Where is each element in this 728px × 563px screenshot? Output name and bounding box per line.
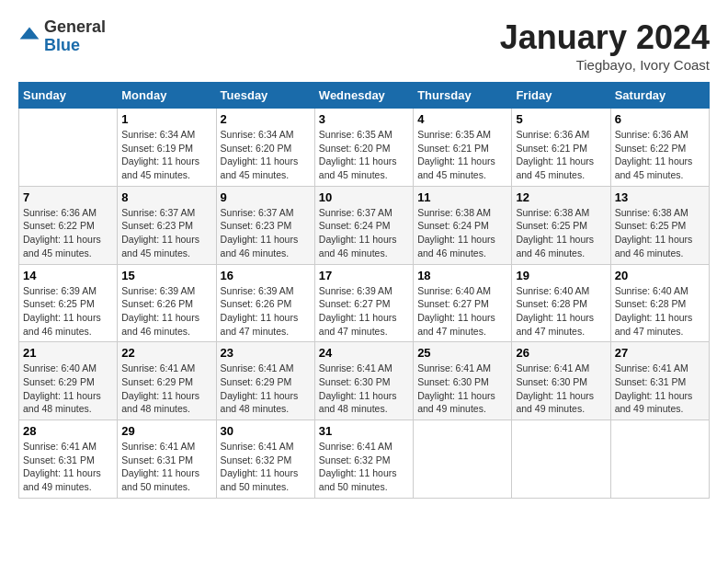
day-info: Sunrise: 6:39 AM Sunset: 6:27 PM Dayligh… [319, 284, 409, 339]
day-number: 20 [615, 269, 705, 282]
location: Tiegbayo, Ivory Coast [500, 57, 710, 73]
day-number: 5 [516, 112, 606, 126]
title-block: January 2024 Tiegbayo, Ivory Coast [500, 18, 710, 73]
calendar-header-monday: Monday [118, 83, 216, 109]
calendar-header-tuesday: Tuesday [216, 83, 314, 109]
day-info: Sunrise: 6:37 AM Sunset: 6:23 PM Dayligh… [121, 206, 211, 260]
day-info: Sunrise: 6:35 AM Sunset: 6:20 PM Dayligh… [319, 128, 409, 182]
calendar-cell [512, 420, 610, 499]
day-info: Sunrise: 6:39 AM Sunset: 6:25 PM Dayligh… [23, 284, 113, 339]
calendar-cell: 29Sunrise: 6:41 AM Sunset: 6:31 PM Dayli… [118, 420, 216, 499]
calendar-cell: 9Sunrise: 6:37 AM Sunset: 6:23 PM Daylig… [216, 186, 314, 264]
day-info: Sunrise: 6:41 AM Sunset: 6:30 PM Dayligh… [417, 362, 507, 416]
page-header: General Blue January 2024 Tiegbayo, Ivor… [18, 18, 710, 73]
calendar-cell: 1Sunrise: 6:34 AM Sunset: 6:19 PM Daylig… [118, 109, 216, 187]
calendar-cell: 8Sunrise: 6:37 AM Sunset: 6:23 PM Daylig… [118, 186, 216, 264]
day-info: Sunrise: 6:37 AM Sunset: 6:24 PM Dayligh… [319, 206, 409, 260]
calendar-cell: 23Sunrise: 6:41 AM Sunset: 6:29 PM Dayli… [216, 342, 314, 420]
svg-marker-0 [20, 27, 40, 39]
day-number: 22 [121, 346, 211, 360]
calendar-header-wednesday: Wednesday [314, 83, 413, 109]
day-info: Sunrise: 6:34 AM Sunset: 6:19 PM Dayligh… [121, 128, 211, 182]
day-number: 7 [23, 190, 113, 204]
calendar-cell [414, 420, 512, 499]
calendar-header-thursday: Thursday [414, 83, 512, 109]
calendar-cell: 30Sunrise: 6:41 AM Sunset: 6:32 PM Dayli… [216, 420, 314, 499]
calendar-cell: 11Sunrise: 6:38 AM Sunset: 6:24 PM Dayli… [414, 186, 512, 264]
calendar-cell: 24Sunrise: 6:41 AM Sunset: 6:30 PM Dayli… [314, 342, 413, 420]
calendar-cell: 31Sunrise: 6:41 AM Sunset: 6:32 PM Dayli… [314, 420, 413, 499]
day-number: 31 [319, 424, 409, 438]
day-number: 25 [417, 346, 507, 360]
calendar-week-3: 14Sunrise: 6:39 AM Sunset: 6:25 PM Dayli… [19, 264, 710, 342]
logo-general: General [44, 18, 106, 37]
day-number: 15 [121, 269, 211, 282]
calendar-cell: 16Sunrise: 6:39 AM Sunset: 6:26 PM Dayli… [216, 264, 314, 342]
day-number: 10 [319, 190, 409, 204]
calendar-cell: 22Sunrise: 6:41 AM Sunset: 6:29 PM Dayli… [118, 342, 216, 420]
day-info: Sunrise: 6:39 AM Sunset: 6:26 PM Dayligh… [221, 284, 311, 339]
day-info: Sunrise: 6:41 AM Sunset: 6:29 PM Dayligh… [121, 362, 211, 416]
calendar-cell [610, 420, 709, 499]
day-number: 24 [319, 346, 409, 360]
calendar-cell: 12Sunrise: 6:38 AM Sunset: 6:25 PM Dayli… [512, 186, 610, 264]
calendar-cell: 26Sunrise: 6:41 AM Sunset: 6:30 PM Dayli… [512, 342, 610, 420]
calendar-cell: 10Sunrise: 6:37 AM Sunset: 6:24 PM Dayli… [314, 186, 413, 264]
day-info: Sunrise: 6:38 AM Sunset: 6:25 PM Dayligh… [516, 206, 606, 260]
day-number: 11 [417, 190, 507, 204]
logo-icon [18, 26, 40, 48]
calendar-week-2: 7Sunrise: 6:36 AM Sunset: 6:22 PM Daylig… [19, 186, 710, 264]
day-number: 27 [615, 346, 705, 360]
day-info: Sunrise: 6:40 AM Sunset: 6:29 PM Dayligh… [23, 362, 113, 416]
day-number: 21 [23, 346, 113, 360]
calendar-cell: 7Sunrise: 6:36 AM Sunset: 6:22 PM Daylig… [19, 186, 118, 264]
day-info: Sunrise: 6:35 AM Sunset: 6:21 PM Dayligh… [417, 128, 507, 182]
calendar-table: SundayMondayTuesdayWednesdayThursdayFrid… [18, 82, 710, 499]
day-number: 3 [319, 112, 409, 126]
day-info: Sunrise: 6:41 AM Sunset: 6:31 PM Dayligh… [121, 440, 211, 494]
day-number: 14 [23, 269, 113, 282]
day-number: 4 [417, 112, 507, 126]
calendar-cell: 14Sunrise: 6:39 AM Sunset: 6:25 PM Dayli… [19, 264, 118, 342]
calendar-cell: 13Sunrise: 6:38 AM Sunset: 6:25 PM Dayli… [610, 186, 709, 264]
day-number: 9 [221, 190, 311, 204]
day-number: 8 [121, 190, 211, 204]
day-info: Sunrise: 6:36 AM Sunset: 6:22 PM Dayligh… [23, 206, 113, 260]
calendar-cell: 25Sunrise: 6:41 AM Sunset: 6:30 PM Dayli… [414, 342, 512, 420]
day-number: 18 [417, 269, 507, 282]
day-info: Sunrise: 6:37 AM Sunset: 6:23 PM Dayligh… [221, 206, 311, 260]
day-info: Sunrise: 6:41 AM Sunset: 6:30 PM Dayligh… [319, 362, 409, 416]
calendar-week-1: 1Sunrise: 6:34 AM Sunset: 6:19 PM Daylig… [19, 109, 710, 187]
calendar-cell: 17Sunrise: 6:39 AM Sunset: 6:27 PM Dayli… [314, 264, 413, 342]
calendar-cell: 20Sunrise: 6:40 AM Sunset: 6:28 PM Dayli… [610, 264, 709, 342]
logo-text: General Blue [44, 18, 106, 55]
day-info: Sunrise: 6:39 AM Sunset: 6:26 PM Dayligh… [121, 284, 211, 339]
calendar-header-row: SundayMondayTuesdayWednesdayThursdayFrid… [19, 83, 710, 109]
calendar-week-5: 28Sunrise: 6:41 AM Sunset: 6:31 PM Dayli… [19, 420, 710, 499]
calendar-week-4: 21Sunrise: 6:40 AM Sunset: 6:29 PM Dayli… [19, 342, 710, 420]
day-info: Sunrise: 6:40 AM Sunset: 6:28 PM Dayligh… [615, 284, 705, 339]
day-info: Sunrise: 6:36 AM Sunset: 6:22 PM Dayligh… [615, 128, 705, 182]
day-number: 13 [615, 190, 705, 204]
calendar-cell: 5Sunrise: 6:36 AM Sunset: 6:21 PM Daylig… [512, 109, 610, 187]
day-number: 26 [516, 346, 606, 360]
month-title: January 2024 [500, 18, 710, 57]
day-number: 1 [121, 112, 211, 126]
calendar-cell: 28Sunrise: 6:41 AM Sunset: 6:31 PM Dayli… [19, 420, 118, 499]
calendar-cell: 21Sunrise: 6:40 AM Sunset: 6:29 PM Dayli… [19, 342, 118, 420]
day-number: 28 [23, 424, 113, 438]
logo-blue: Blue [44, 37, 106, 55]
calendar-cell: 2Sunrise: 6:34 AM Sunset: 6:20 PM Daylig… [216, 109, 314, 187]
day-info: Sunrise: 6:36 AM Sunset: 6:21 PM Dayligh… [516, 128, 606, 182]
day-number: 30 [221, 424, 311, 438]
day-number: 19 [516, 269, 606, 282]
calendar-cell: 15Sunrise: 6:39 AM Sunset: 6:26 PM Dayli… [118, 264, 216, 342]
day-number: 29 [121, 424, 211, 438]
day-number: 17 [319, 269, 409, 282]
day-info: Sunrise: 6:34 AM Sunset: 6:20 PM Dayligh… [221, 128, 311, 182]
day-info: Sunrise: 6:40 AM Sunset: 6:28 PM Dayligh… [516, 284, 606, 339]
logo: General Blue [18, 18, 106, 55]
calendar-cell: 27Sunrise: 6:41 AM Sunset: 6:31 PM Dayli… [610, 342, 709, 420]
day-info: Sunrise: 6:41 AM Sunset: 6:32 PM Dayligh… [221, 440, 311, 494]
day-info: Sunrise: 6:41 AM Sunset: 6:31 PM Dayligh… [615, 362, 705, 416]
